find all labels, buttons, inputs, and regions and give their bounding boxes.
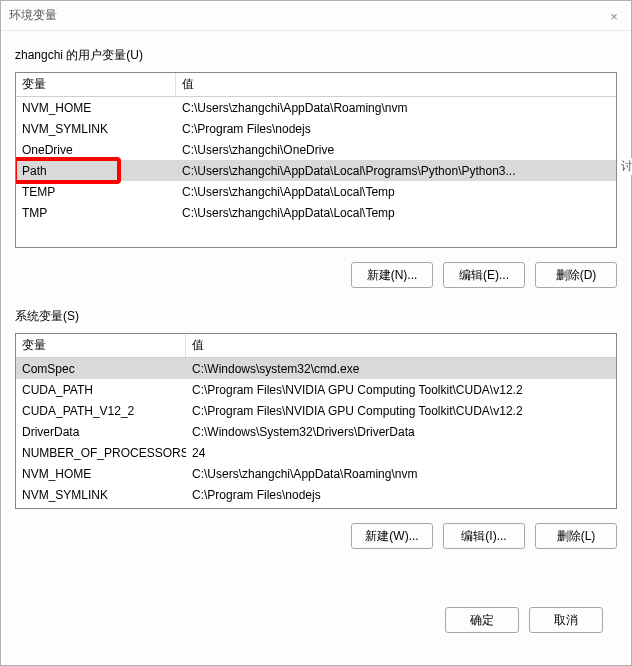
var-name: TMP — [16, 206, 176, 220]
sys-new-button[interactable]: 新建(W)... — [351, 523, 433, 549]
sys-header-name[interactable]: 变量 — [16, 334, 186, 357]
sys-rows: ComSpecC:\Windows\system32\cmd.exeCUDA_P… — [16, 358, 616, 505]
window-title: 环境变量 — [9, 7, 57, 24]
sys-edit-button[interactable]: 编辑(I)... — [443, 523, 525, 549]
var-name: TEMP — [16, 185, 176, 199]
var-value: C:\Program Files\nodejs — [176, 122, 616, 136]
system-vars-listbox[interactable]: 变量 值 ComSpecC:\Windows\system32\cmd.exeC… — [15, 333, 617, 509]
user-header-value[interactable]: 值 — [176, 73, 616, 96]
system-vars-label: 系统变量(S) — [15, 308, 617, 325]
var-name: NVM_HOME — [16, 101, 176, 115]
var-name: CUDA_PATH_V12_2 — [16, 404, 186, 418]
user-edit-button[interactable]: 编辑(E)... — [443, 262, 525, 288]
close-icon[interactable]: × — [603, 5, 625, 27]
var-name: Path — [16, 164, 176, 178]
table-row[interactable]: NVM_SYMLINKC:\Program Files\nodejs — [16, 118, 616, 139]
side-text: 讨 — [621, 158, 632, 175]
var-value: C:\Users\zhangchi\AppData\Local\Programs… — [176, 164, 616, 178]
var-value: C:\Users\zhangchi\AppData\Roaming\nvm — [176, 101, 616, 115]
cancel-button[interactable]: 取消 — [529, 607, 603, 633]
var-name: NVM_SYMLINK — [16, 488, 186, 502]
var-value: C:\Program Files\NVIDIA GPU Computing To… — [186, 383, 616, 397]
table-row[interactable]: TMPC:\Users\zhangchi\AppData\Local\Temp — [16, 202, 616, 223]
table-row[interactable]: PathC:\Users\zhangchi\AppData\Local\Prog… — [16, 160, 616, 181]
var-name: NUMBER_OF_PROCESSORS — [16, 446, 186, 460]
table-row[interactable]: NUMBER_OF_PROCESSORS24 — [16, 442, 616, 463]
var-name: CUDA_PATH — [16, 383, 186, 397]
sys-header-value[interactable]: 值 — [186, 334, 616, 357]
var-value: C:\Users\zhangchi\AppData\Roaming\nvm — [186, 467, 616, 481]
dialog-footer: 确定 取消 — [15, 589, 617, 651]
titlebar: 环境变量 × — [1, 1, 631, 31]
var-value: C:\Program Files\nodejs — [186, 488, 616, 502]
user-rows: NVM_HOMEC:\Users\zhangchi\AppData\Roamin… — [16, 97, 616, 223]
var-name: OneDrive — [16, 143, 176, 157]
user-delete-button[interactable]: 删除(D) — [535, 262, 617, 288]
system-vars-header: 变量 值 — [16, 334, 616, 358]
var-value: C:\Users\zhangchi\OneDrive — [176, 143, 616, 157]
ok-button[interactable]: 确定 — [445, 607, 519, 633]
table-row[interactable]: OneDriveC:\Users\zhangchi\OneDrive — [16, 139, 616, 160]
user-header-name[interactable]: 变量 — [16, 73, 176, 96]
table-row[interactable]: NVM_SYMLINKC:\Program Files\nodejs — [16, 484, 616, 505]
system-vars-buttons: 新建(W)... 编辑(I)... 删除(L) — [15, 523, 617, 549]
user-new-button[interactable]: 新建(N)... — [351, 262, 433, 288]
table-row[interactable]: NVM_HOMEC:\Users\zhangchi\AppData\Roamin… — [16, 463, 616, 484]
system-vars-group: 系统变量(S) 变量 值 ComSpecC:\Windows\system32\… — [15, 308, 617, 549]
table-row[interactable]: ComSpecC:\Windows\system32\cmd.exe — [16, 358, 616, 379]
env-vars-dialog: 环境变量 × 讨 zhangchi 的用户变量(U) 变量 值 NVM_HOME… — [0, 0, 632, 666]
table-row[interactable]: NVM_HOMEC:\Users\zhangchi\AppData\Roamin… — [16, 97, 616, 118]
var-value: C:\Users\zhangchi\AppData\Local\Temp — [176, 206, 616, 220]
var-name: ComSpec — [16, 362, 186, 376]
table-row[interactable]: DriverDataC:\Windows\System32\Drivers\Dr… — [16, 421, 616, 442]
table-row[interactable]: CUDA_PATHC:\Program Files\NVIDIA GPU Com… — [16, 379, 616, 400]
user-vars-header: 变量 值 — [16, 73, 616, 97]
user-vars-group: zhangchi 的用户变量(U) 变量 值 NVM_HOMEC:\Users\… — [15, 47, 617, 288]
sys-delete-button[interactable]: 删除(L) — [535, 523, 617, 549]
user-vars-listbox[interactable]: 变量 值 NVM_HOMEC:\Users\zhangchi\AppData\R… — [15, 72, 617, 248]
user-vars-label: zhangchi 的用户变量(U) — [15, 47, 617, 64]
content: zhangchi 的用户变量(U) 变量 值 NVM_HOMEC:\Users\… — [1, 31, 631, 665]
var-value: C:\Windows\system32\cmd.exe — [186, 362, 616, 376]
var-value: C:\Program Files\NVIDIA GPU Computing To… — [186, 404, 616, 418]
var-value: 24 — [186, 446, 616, 460]
user-vars-buttons: 新建(N)... 编辑(E)... 删除(D) — [15, 262, 617, 288]
table-row[interactable]: CUDA_PATH_V12_2C:\Program Files\NVIDIA G… — [16, 400, 616, 421]
var-value: C:\Users\zhangchi\AppData\Local\Temp — [176, 185, 616, 199]
var-name: NVM_SYMLINK — [16, 122, 176, 136]
var-value: C:\Windows\System32\Drivers\DriverData — [186, 425, 616, 439]
var-name: DriverData — [16, 425, 186, 439]
var-name: NVM_HOME — [16, 467, 186, 481]
table-row[interactable]: TEMPC:\Users\zhangchi\AppData\Local\Temp — [16, 181, 616, 202]
